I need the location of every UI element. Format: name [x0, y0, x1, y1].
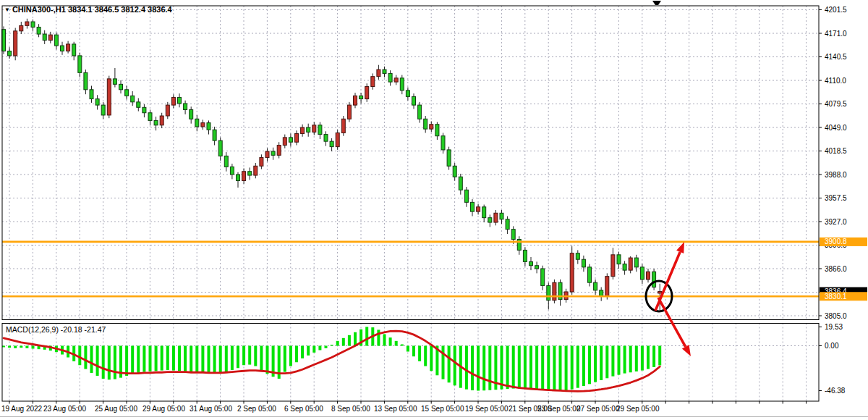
- macd-histogram-bar: [90, 346, 93, 373]
- candle-bear: [72, 44, 76, 56]
- macd-histogram-bar: [301, 346, 304, 358]
- candle-bull: [365, 87, 369, 99]
- candle-bear: [154, 120, 158, 125]
- candle-bear: [594, 282, 597, 290]
- price-tick-label: 3988.0: [825, 171, 847, 179]
- macd-histogram-bar: [401, 344, 404, 345]
- quote-ohlc-label: 3834.1 3846.5 3812.4 3836.4: [66, 5, 172, 14]
- candle-bull: [254, 166, 258, 175]
- macd-histogram-bar: [166, 346, 169, 370]
- candle-bear: [506, 219, 509, 230]
- candle-bull: [201, 123, 205, 127]
- macd-histogram-bar: [78, 346, 81, 366]
- macd-histogram-bar: [213, 346, 216, 373]
- candle-bull: [312, 125, 316, 133]
- price-tick-label: 4110.0: [825, 77, 846, 85]
- candle-bear: [634, 258, 638, 267]
- macd-histogram-bar: [424, 346, 427, 366]
- candle-bear: [640, 267, 644, 280]
- macd-histogram-bar: [465, 346, 468, 390]
- macd-histogram-bar: [477, 346, 480, 391]
- annotations-layer[interactable]: [646, 242, 691, 356]
- down-arrow-annotation-shaft[interactable]: [658, 298, 686, 347]
- candle-bear: [406, 91, 409, 97]
- candle-bull: [394, 78, 398, 82]
- candle-bear: [412, 96, 416, 105]
- candle-bear: [318, 125, 322, 135]
- down-arrow-annotation-head[interactable]: [682, 345, 691, 356]
- candle-bear: [388, 73, 392, 82]
- candle-bull: [277, 146, 281, 156]
- candle-bear: [224, 156, 228, 167]
- candle-bull: [658, 292, 662, 293]
- candle-bear: [90, 90, 93, 99]
- candle-bear: [441, 136, 445, 150]
- candle-bear: [125, 90, 129, 96]
- macd-histogram-bar: [32, 346, 35, 349]
- candle-bear: [400, 78, 404, 91]
- macd-histogram-bar: [201, 346, 204, 372]
- macd-histogram-bar: [20, 346, 22, 348]
- macd-histogram-bar: [442, 346, 445, 379]
- candle-bear: [488, 218, 492, 222]
- macd-histogram-bar: [395, 341, 398, 346]
- hlines-layer[interactable]: [2, 242, 819, 296]
- main-panel-border: [2, 6, 819, 320]
- date-label: 29 Aug 05:00: [142, 405, 185, 413]
- macd-histogram-bar: [618, 346, 621, 375]
- macd-histogram-bar: [365, 327, 368, 345]
- macd-histogram-bar: [172, 346, 175, 371]
- candle-bear: [289, 138, 292, 142]
- price-tick-label: 4140.5: [825, 53, 847, 61]
- candle-bear: [511, 230, 515, 240]
- candle-bear: [142, 107, 146, 112]
- price-tick-label: 4049.0: [825, 124, 847, 132]
- macd-histogram-bar: [254, 346, 257, 366]
- chart-shift-marker[interactable]: [652, 1, 661, 5]
- candle-bear: [190, 109, 193, 119]
- candle-bear: [148, 113, 152, 121]
- candle-bear: [101, 105, 105, 115]
- candle-bear: [471, 202, 475, 211]
- candle-bear: [137, 102, 140, 107]
- macd-histogram-bar: [418, 346, 421, 361]
- macd-histogram-bar: [629, 346, 632, 373]
- macd-histogram-bar: [571, 346, 574, 390]
- macd-histogram-bar: [506, 346, 509, 390]
- candle-bull: [354, 96, 357, 105]
- candle-bull: [647, 272, 650, 280]
- macd-histogram-bar: [658, 346, 661, 366]
- candle-bear: [359, 96, 363, 98]
- candle-bull: [265, 151, 269, 158]
- macd-histogram-bar: [605, 346, 608, 379]
- chart-canvas[interactable]: 4201.54171.04140.54110.04079.54049.04018…: [0, 0, 868, 420]
- macd-histogram-bar: [354, 332, 357, 346]
- macd-histogram-bar: [336, 341, 339, 346]
- macd-histogram-bar: [14, 346, 17, 348]
- candle-bear: [523, 250, 527, 261]
- macd-histogram-bar: [289, 346, 292, 366]
- candle-bull: [171, 97, 175, 105]
- candle-bear: [31, 22, 35, 27]
- macd-histogram-bar: [565, 346, 568, 391]
- candle-bear: [218, 140, 222, 156]
- candle-bear: [37, 27, 41, 34]
- macd-histogram-bar: [529, 346, 532, 389]
- date-label: 6 Sep 05:00: [284, 405, 323, 413]
- macd-histogram-bar: [471, 346, 474, 391]
- macd-histogram-bar: [295, 346, 298, 363]
- hline-price-label: 3830.1: [825, 293, 847, 301]
- macd-histogram-bar: [535, 346, 538, 390]
- up-arrow-annotation-head[interactable]: [676, 242, 684, 253]
- macd-histogram-bar: [454, 346, 456, 386]
- macd-histogram-bar: [131, 346, 134, 374]
- macd-histogram-bar: [125, 346, 128, 376]
- macd-histogram-bar: [184, 346, 187, 371]
- candles-layer: [2, 19, 662, 310]
- chart-window: 4201.54171.04140.54110.04079.54049.04018…: [0, 0, 868, 420]
- candle-bull: [611, 255, 615, 277]
- candle-bear: [623, 264, 626, 271]
- candle-bear: [330, 141, 333, 146]
- macd-histogram-bar: [190, 346, 192, 372]
- date-axis: 19 Aug 202223 Aug 05:0025 Aug 05:0029 Au…: [1, 401, 807, 413]
